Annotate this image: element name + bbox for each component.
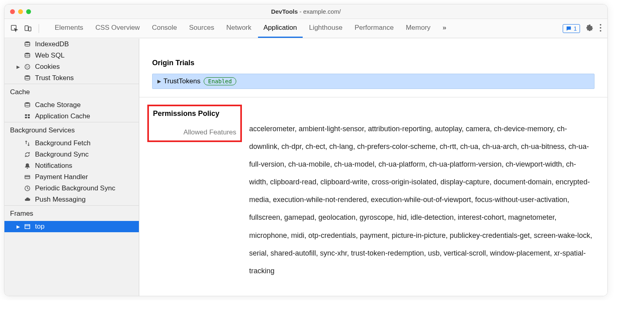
origin-trial-status: Enabled — [204, 77, 236, 85]
sidebar-item-websql[interactable]: Web SQL — [4, 50, 139, 61]
close-window-button[interactable] — [10, 9, 15, 14]
allowed-features-list: accelerometer, ambient-light-sensor, att… — [249, 105, 594, 280]
sidebar-item-cache-storage[interactable]: Cache Storage — [4, 99, 139, 111]
cloud-icon — [24, 196, 31, 203]
sidebar-item-periodic-background-sync[interactable]: Periodic Background Sync — [4, 183, 139, 194]
tab-application[interactable]: Application — [258, 19, 303, 38]
svg-point-11 — [27, 67, 27, 68]
svg-point-3 — [600, 24, 601, 25]
sidebar-group-background-services: Background Services — [4, 122, 139, 138]
window-controls — [10, 9, 31, 14]
svg-point-4 — [600, 27, 601, 29]
devtools-window: DevTools - example.com/ Elements CSS Ove… — [4, 4, 608, 296]
title-target: example.com/ — [303, 8, 341, 15]
database-icon — [24, 74, 31, 82]
title-app: DevTools — [271, 8, 297, 15]
frame-icon — [24, 223, 31, 230]
bell-icon — [24, 162, 31, 169]
highlight-box: Permissions Policy Allowed Features — [147, 105, 242, 142]
transfer-icon — [24, 140, 31, 147]
sidebar-group-frames: Frames — [4, 205, 139, 221]
issues-icon — [566, 26, 572, 31]
sidebar-item-background-sync[interactable]: Background Sync — [4, 149, 139, 160]
svg-point-10 — [28, 66, 29, 67]
origin-trials-section: Origin Trials ▶ TrustTokens Enabled — [139, 51, 607, 97]
svg-rect-15 — [25, 114, 27, 116]
permissions-policy-heading: Permissions Policy — [153, 109, 236, 118]
sidebar-item-trust-tokens[interactable]: Trust Tokens — [4, 72, 139, 84]
issues-count: 1 — [574, 25, 577, 32]
svg-point-9 — [26, 66, 27, 66]
settings-icon[interactable] — [586, 24, 594, 33]
allowed-features-label: Allowed Features — [153, 128, 236, 136]
svg-point-12 — [28, 68, 29, 68]
panel-body: IndexedDB Web SQL ▶ Cookies Trust Tokens… — [4, 38, 607, 296]
frame-details-content: Origin Trials ▶ TrustTokens Enabled Perm… — [139, 39, 607, 296]
svg-rect-17 — [25, 117, 27, 118]
svg-rect-18 — [28, 117, 30, 118]
svg-point-8 — [25, 64, 30, 69]
svg-rect-16 — [28, 114, 30, 116]
application-sidebar: IndexedDB Web SQL ▶ Cookies Trust Tokens… — [4, 39, 139, 296]
more-icon[interactable] — [599, 24, 602, 33]
fullscreen-window-button[interactable] — [26, 9, 31, 14]
card-icon — [24, 173, 31, 181]
sync-icon — [24, 151, 31, 158]
tab-css-overview[interactable]: CSS Overview — [90, 19, 146, 38]
tab-lighthouse[interactable]: Lighthouse — [303, 19, 348, 38]
sidebar-item-application-cache[interactable]: Application Cache — [4, 111, 139, 122]
origin-trials-heading: Origin Trials — [152, 59, 594, 67]
expand-icon: ▶ — [17, 224, 20, 229]
database-icon — [24, 101, 31, 109]
inspect-element-icon[interactable] — [10, 24, 19, 33]
toolbar-right: 1 — [563, 24, 602, 33]
tab-network[interactable]: Network — [221, 19, 257, 38]
clock-icon — [24, 185, 31, 192]
svg-point-5 — [600, 30, 601, 31]
sidebar-item-notifications[interactable]: Notifications — [4, 160, 139, 171]
origin-trial-row[interactable]: ▶ TrustTokens Enabled — [152, 74, 594, 89]
tabs-overflow[interactable]: » — [437, 19, 452, 38]
cookie-icon — [24, 63, 31, 70]
sidebar-item-background-fetch[interactable]: Background Fetch — [4, 138, 139, 149]
svg-rect-2 — [29, 27, 31, 31]
database-icon — [24, 52, 31, 59]
svg-point-7 — [25, 53, 30, 54]
permissions-policy-section: Permissions Policy Allowed Features acce… — [139, 97, 607, 291]
database-icon — [24, 41, 31, 48]
svg-point-14 — [25, 102, 30, 104]
tab-sources[interactable]: Sources — [184, 19, 220, 38]
svg-point-6 — [25, 41, 30, 43]
svg-rect-21 — [25, 225, 30, 229]
svg-point-13 — [25, 75, 30, 77]
sidebar-item-indexeddb[interactable]: IndexedDB — [4, 39, 139, 50]
tab-memory[interactable]: Memory — [400, 19, 436, 38]
expand-icon: ▶ — [17, 64, 20, 70]
sidebar-item-cookies[interactable]: ▶ Cookies — [4, 61, 139, 72]
issues-badge[interactable]: 1 — [563, 24, 580, 33]
tab-console[interactable]: Console — [146, 19, 182, 38]
main-toolbar: Elements CSS Overview Console Sources Ne… — [4, 19, 607, 38]
minimize-window-button[interactable] — [18, 9, 23, 14]
tab-elements[interactable]: Elements — [49, 19, 89, 38]
toolbar-divider — [39, 24, 39, 33]
origin-trial-name: TrustTokens — [163, 77, 200, 85]
grid-icon — [24, 113, 31, 120]
sidebar-item-payment-handler[interactable]: Payment Handler — [4, 171, 139, 183]
expand-icon: ▶ — [157, 78, 161, 84]
window-title: DevTools - example.com/ — [10, 8, 602, 15]
sidebar-item-push-messaging[interactable]: Push Messaging — [4, 194, 139, 205]
sidebar-item-frame-top[interactable]: ▶ top — [4, 221, 139, 232]
panel-tabs: Elements CSS Overview Console Sources Ne… — [49, 19, 558, 38]
device-toggle-icon[interactable] — [24, 24, 33, 33]
tab-performance[interactable]: Performance — [349, 19, 399, 38]
sidebar-group-cache: Cache — [4, 84, 139, 99]
titlebar: DevTools - example.com/ — [4, 4, 607, 19]
svg-rect-1 — [25, 26, 28, 31]
